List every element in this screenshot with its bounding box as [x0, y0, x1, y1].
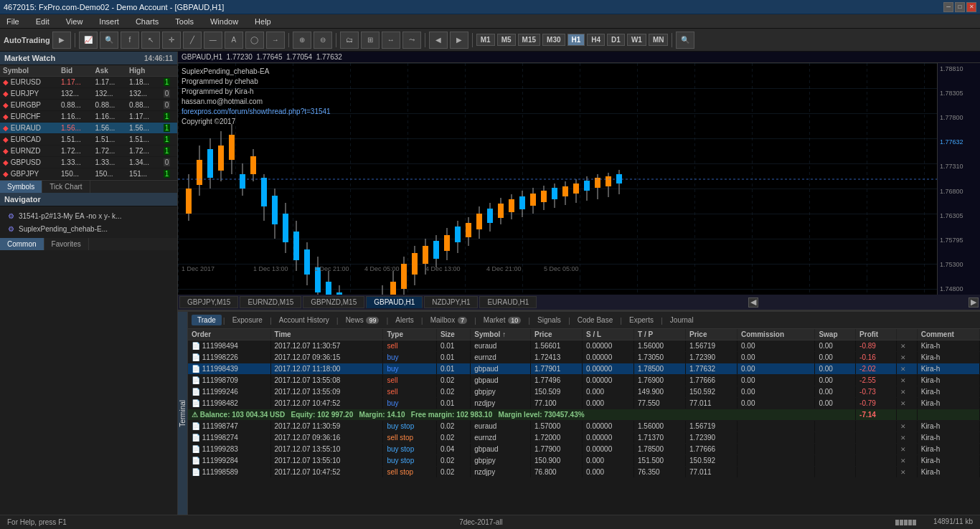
market-watch-scroll[interactable]: Symbol Bid Ask High ◆ EURUSD 1.17... 1.1… — [0, 65, 177, 180]
tab-trade[interactable]: Trade — [192, 315, 222, 325]
th-order[interactable]: Order — [188, 329, 270, 340]
table-row[interactable]: 📄 111998709 2017.12.07 13:55:08 sell 0.0… — [188, 375, 980, 386]
table-row[interactable]: 📄 111998747 2017.12.07 11:30:59 buy stop… — [188, 421, 980, 432]
nav-item-ea2[interactable]: ⚙ SuplexPending_chehab-E... — [3, 222, 174, 235]
tf-h4[interactable]: H4 — [587, 34, 605, 46]
tab-exposure[interactable]: Exposure — [227, 315, 268, 325]
tf-d1[interactable]: D1 — [607, 34, 625, 46]
close-order-btn[interactable]: ✕ — [900, 354, 906, 361]
maximize-btn[interactable]: □ — [955, 2, 965, 12]
minimize-btn[interactable]: ─ — [943, 2, 953, 12]
close-order-btn[interactable]: ✕ — [900, 423, 906, 430]
list-item[interactable]: ◆ GBPJPY 150... 150... 151... 1 — [0, 168, 177, 180]
th-price[interactable]: Price — [531, 329, 583, 340]
close-order-btn[interactable]: ✕ — [900, 446, 906, 453]
table-row[interactable]: 📄 111998494 2017.12.07 11:30:57 sell 0.0… — [188, 340, 980, 352]
th-type[interactable]: Type — [383, 329, 437, 340]
list-item[interactable]: ◆ EURCAD 1.51... 1.51... 1.51... 1 — [0, 134, 177, 146]
chart-tab-gbpnzd[interactable]: GBPNZD,M15 — [303, 296, 364, 308]
tf-m1[interactable]: M1 — [476, 34, 495, 46]
toolbar-indicator[interactable]: f — [121, 32, 139, 49]
close-order-btn[interactable]: ✕ — [900, 457, 906, 464]
toolbar-arrow[interactable]: → — [266, 32, 285, 49]
tab-signals[interactable]: Signals — [532, 315, 567, 325]
tab-code-base[interactable]: Code Base — [572, 315, 618, 325]
th-swap[interactable]: Swap — [815, 329, 856, 340]
menu-help[interactable]: Help — [252, 16, 274, 27]
menu-file[interactable]: File — [4, 16, 22, 27]
th-symbol[interactable]: Symbol ↑ — [471, 329, 531, 340]
list-item[interactable]: ◆ GBPUSD 1.33... 1.33... 1.34... 0 — [0, 157, 177, 168]
chart-tab-euraud[interactable]: EURAUD,H1 — [479, 296, 537, 308]
table-row[interactable]: 📄 111998482 2017.12.07 10:47:52 buy 0.01… — [188, 398, 980, 409]
nav-tab-favorites[interactable]: Favorites — [44, 238, 89, 250]
tf-m15[interactable]: M15 — [518, 34, 540, 46]
table-row[interactable]: 📄 111998226 2017.12.07 09:36:15 buy 0.01… — [188, 352, 980, 363]
table-row[interactable]: 📄 111999284 2017.12.07 13:55:10 buy stop… — [188, 455, 980, 467]
tf-h1[interactable]: H1 — [567, 34, 585, 46]
menu-charts[interactable]: Charts — [133, 16, 161, 27]
tab-symbols[interactable]: Symbols — [0, 181, 42, 193]
tab-news[interactable]: News 99 — [340, 315, 385, 325]
table-row[interactable]: 📄 111998274 2017.12.07 09:36:16 sell sto… — [188, 432, 980, 444]
close-order-btn[interactable]: ✕ — [900, 469, 906, 476]
th-tp[interactable]: T / P — [634, 329, 686, 340]
tf-m5[interactable]: M5 — [497, 34, 516, 46]
table-row[interactable]: 📄 111999283 2017.12.07 13:55:10 buy stop… — [188, 444, 980, 455]
list-item[interactable]: ◆ EURAUD 1.56... 1.56... 1.56... 1 — [0, 123, 177, 134]
th-curprice[interactable]: Price — [686, 329, 738, 340]
menu-tools[interactable]: Tools — [172, 16, 197, 27]
toolbar-hline[interactable]: — — [204, 32, 222, 49]
chart-tab-gbpjpy[interactable]: GBPJPY,M15 — [179, 296, 238, 308]
chart-tab-gbpaud[interactable]: GBPAUD,H1 — [366, 296, 423, 308]
toolbar-template[interactable]: 🗂 — [340, 32, 359, 49]
toolbar-shape[interactable]: ◯ — [245, 32, 264, 49]
tab-alerts[interactable]: Alerts — [390, 315, 420, 325]
close-order-btn[interactable]: ✕ — [900, 366, 906, 373]
table-row[interactable]: 📄 111999246 2017.12.07 13:55:09 sell 0.0… — [188, 386, 980, 398]
toolbar-crosshair[interactable]: ✛ — [162, 32, 181, 49]
menu-edit[interactable]: Edit — [33, 16, 52, 27]
nav-item-ea1[interactable]: ⚙ 31541-p2#13-My EA -no x y- k... — [3, 209, 174, 222]
toolbar-search[interactable]: 🔍 — [676, 32, 694, 49]
th-size[interactable]: Size — [436, 329, 470, 340]
close-order-btn[interactable]: ✕ — [900, 389, 906, 396]
th-time[interactable]: Time — [270, 329, 383, 340]
chart-tab-nzdjpy[interactable]: NZDJPY,H1 — [424, 296, 478, 308]
toolbar-line[interactable]: ╱ — [183, 32, 202, 49]
toolbar-cursor[interactable]: ↖ — [141, 32, 160, 49]
chart-canvas[interactable]: SuplexPending_chehab-EA Programmed by ch… — [178, 63, 980, 295]
toolbar-text[interactable]: A — [225, 32, 243, 49]
terminal-tab[interactable]: Terminal — [178, 312, 188, 515]
tab-experts[interactable]: Experts — [623, 315, 659, 325]
toolbar-zoom-chart[interactable]: ⊕ — [293, 32, 311, 49]
th-profit[interactable]: Profit — [856, 329, 897, 340]
toolbar-back[interactable]: ◀ — [429, 32, 448, 49]
th-comment[interactable]: Comment — [917, 329, 979, 340]
close-order-btn[interactable]: ✕ — [900, 400, 906, 407]
menu-insert[interactable]: Insert — [96, 16, 122, 27]
toolbar-zoom-in[interactable]: 🔍 — [100, 32, 118, 49]
menu-window[interactable]: Window — [207, 16, 241, 27]
toolbar-scroll[interactable]: ↔ — [382, 32, 400, 49]
tab-market[interactable]: Market 10 — [478, 315, 527, 325]
tab-journal[interactable]: Journal — [664, 315, 699, 325]
tab-account-history[interactable]: Account History — [273, 315, 335, 325]
close-order-btn[interactable]: ✕ — [900, 343, 906, 350]
list-item[interactable]: ◆ EURJPY 132... 132... 132... 0 — [0, 88, 177, 100]
list-item[interactable]: ◆ EURUSD 1.17... 1.17... 1.18... 1 — [0, 77, 177, 88]
close-order-btn[interactable]: ✕ — [900, 377, 906, 384]
th-commission[interactable]: Commission — [738, 329, 815, 340]
th-sl[interactable]: S / L — [583, 329, 634, 340]
tab-mailbox[interactable]: Mailbox 7 — [425, 315, 473, 325]
list-item[interactable]: ◆ EURNZD 1.72... 1.72... 1.72... 1 — [0, 146, 177, 157]
chart-tab-eurnzd[interactable]: EURNZD,M15 — [240, 296, 301, 308]
list-item[interactable]: ◆ EURCHF 1.16... 1.16... 1.17... 1 — [0, 111, 177, 123]
toolbar-autotrading-btn[interactable]: ▶ — [52, 32, 71, 49]
tab-tick-chart[interactable]: Tick Chart — [42, 181, 90, 193]
list-item[interactable]: ◆ EURGBP 0.88... 0.88... 0.88... 0 — [0, 100, 177, 111]
toolbar-forward[interactable]: ▶ — [450, 32, 468, 49]
menu-view[interactable]: View — [63, 16, 86, 27]
chart-tab-right[interactable]: ▶ — [969, 297, 979, 308]
tf-w1[interactable]: W1 — [627, 34, 646, 46]
